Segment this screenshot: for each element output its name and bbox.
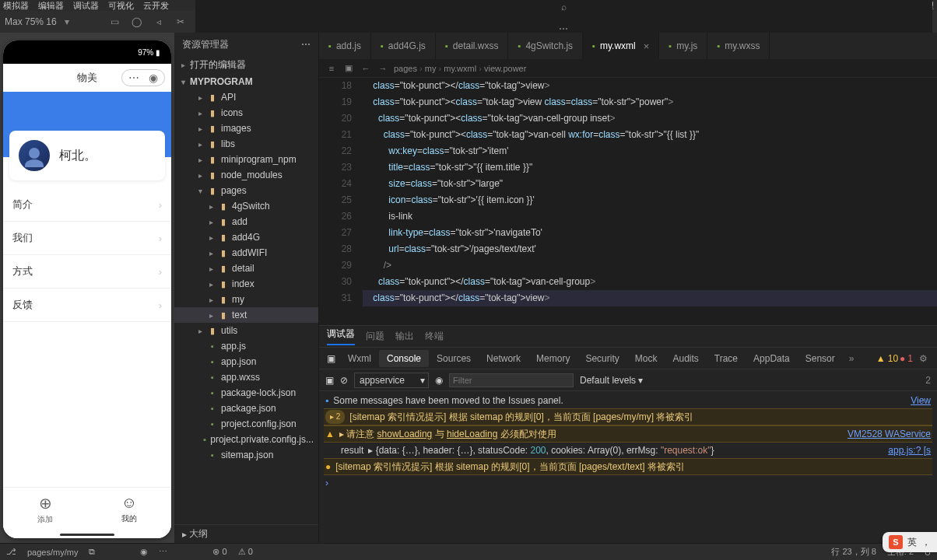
devtools-panel-tab[interactable]: Security: [577, 350, 626, 367]
warning-count[interactable]: ▲ 10: [876, 353, 898, 364]
folder-4gSwitch[interactable]: ▸▮4gSwitch: [174, 198, 318, 214]
devtools-top-tab[interactable]: 问题: [366, 330, 384, 343]
device-icon[interactable]: ▭: [108, 15, 122, 29]
editor-tab[interactable]: ▪detail.wxss: [436, 33, 509, 59]
file-sitemap.json[interactable]: ▪sitemap.json: [174, 447, 318, 463]
devtools-top-tab[interactable]: 输出: [395, 330, 414, 343]
folder-add4G[interactable]: ▸▮add4G: [174, 229, 318, 245]
file-project.private.config.js...[interactable]: ▪project.private.config.js...: [174, 432, 318, 447]
list-item[interactable]: 反馈›: [3, 289, 171, 322]
devtools-top-tab[interactable]: 调试器: [327, 327, 355, 345]
console-output[interactable]: ▪ Some messages have been moved to the I…: [319, 391, 937, 543]
devtools-panel-tab[interactable]: AppData: [746, 350, 798, 367]
list-item[interactable]: 方式›: [3, 255, 171, 289]
devtools-panel-tab[interactable]: Memory: [528, 350, 577, 367]
toggle-icon[interactable]: ≡: [325, 64, 338, 73]
branch-path[interactable]: pages/my/my: [27, 548, 78, 557]
profile-card[interactable]: 柯北。: [9, 131, 165, 180]
devtools-panel-tab[interactable]: Wxml: [340, 350, 379, 367]
menu-item[interactable]: 编辑器: [38, 0, 64, 12]
editor-tab[interactable]: ▪add.js: [319, 33, 371, 59]
devtools-panel-tab[interactable]: Sources: [429, 350, 479, 367]
folder-images[interactable]: ▸▮images: [174, 121, 318, 136]
file-project.config.json[interactable]: ▪project.config.json: [174, 416, 318, 432]
search-icon[interactable]: ⌕: [556, 0, 570, 14]
menu-item[interactable]: 云开发: [143, 0, 169, 12]
settings-icon[interactable]: ⚙: [914, 353, 932, 364]
folder-miniprogram_npm[interactable]: ▸▮miniprogram_npm: [174, 152, 318, 167]
devtools-panel-tab[interactable]: Sensor: [798, 350, 843, 367]
warning-indicator[interactable]: ⚠ 0: [238, 547, 253, 557]
tab-0[interactable]: ⊕添加: [3, 488, 87, 530]
copy-icon[interactable]: ⧉: [89, 547, 95, 557]
file-app.js[interactable]: ▪app.js: [174, 338, 318, 354]
more-icon[interactable]: ⋯: [159, 547, 167, 557]
project-root[interactable]: ▾MYPROGRAM: [174, 74, 318, 89]
inspect-icon[interactable]: ▣: [324, 353, 339, 364]
outline-section[interactable]: ▸ 大纲: [174, 524, 318, 543]
breadcrumb[interactable]: ≡ ▣ ← → pages › my › my.wxml › view.powe…: [319, 59, 937, 78]
toggle-sidebar-icon[interactable]: ▣: [325, 375, 334, 386]
folder-node_modules[interactable]: ▸▮node_modules: [174, 167, 318, 183]
close-icon[interactable]: ×: [644, 40, 650, 52]
folder-text[interactable]: ▸▮text: [174, 307, 318, 323]
save-icon[interactable]: ▣: [342, 63, 355, 73]
editor-tab[interactable]: ▪my.js: [659, 33, 707, 59]
code-editor[interactable]: 1819202122232425262728293031 class="tok-…: [319, 78, 937, 325]
devtools-top-tab[interactable]: 终端: [425, 330, 444, 343]
devtools-panel-tab[interactable]: Console: [379, 350, 429, 367]
file-package-lock.json[interactable]: ▪package-lock.json: [174, 385, 318, 401]
file-app.json[interactable]: ▪app.json: [174, 354, 318, 369]
send-icon[interactable]: ◃: [152, 15, 166, 29]
tab-1[interactable]: ☺我的: [87, 488, 171, 530]
eye-icon[interactable]: ◉: [140, 547, 148, 557]
devtools-panel-tab[interactable]: Audits: [665, 350, 706, 367]
forward-icon[interactable]: →: [377, 64, 389, 73]
menu-item[interactable]: 模拟器: [3, 0, 29, 12]
list-item[interactable]: 我们›: [3, 222, 171, 255]
filter-input[interactable]: [449, 373, 574, 387]
folder-icons[interactable]: ▸▮icons: [174, 105, 318, 121]
error-count[interactable]: ● 1: [900, 353, 913, 364]
source-link[interactable]: app.js:? [s: [888, 443, 931, 457]
error-indicator[interactable]: ⊗ 0: [212, 547, 226, 557]
cut-icon[interactable]: ✂: [174, 15, 188, 29]
ime-indicator[interactable]: S 英 ，: [883, 532, 937, 552]
devtools-panel-tab[interactable]: Trace: [707, 350, 746, 367]
levels-selector[interactable]: Default levels ▾: [580, 375, 643, 386]
list-item[interactable]: 简介›: [3, 188, 171, 222]
menu-item[interactable]: 可视化: [108, 0, 134, 12]
zoom-level[interactable]: Max 75% 16: [5, 16, 57, 27]
view-issues-link[interactable]: View: [911, 394, 931, 408]
folder-utils[interactable]: ▸▮utils: [174, 323, 318, 338]
menu-item[interactable]: 调试器: [73, 0, 99, 12]
hidden-count[interactable]: 2: [925, 375, 931, 386]
capsule-button[interactable]: ⋯ ◉: [121, 69, 165, 86]
editor-tab[interactable]: ▪my.wxml×: [583, 33, 659, 59]
cursor-position[interactable]: 行 23，列 8: [831, 546, 876, 558]
devtools-panel-tab[interactable]: Network: [479, 350, 528, 367]
folder-index[interactable]: ▸▮index: [174, 276, 318, 292]
eye-icon[interactable]: ◉: [435, 375, 443, 386]
source-link[interactable]: VM2528 WAService: [848, 427, 931, 441]
folder-addWIFI[interactable]: ▸▮addWIFI: [174, 245, 318, 261]
devtools-panel-tab[interactable]: Mock: [627, 350, 665, 367]
panel-more-icon[interactable]: »: [844, 353, 859, 364]
folder-add[interactable]: ▸▮add: [174, 214, 318, 229]
folder-pages[interactable]: ▾▮pages: [174, 183, 318, 198]
folder-detail[interactable]: ▸▮detail: [174, 261, 318, 276]
editor-tab[interactable]: ▪my.wxss: [707, 33, 770, 59]
context-selector[interactable]: appservice▾: [354, 373, 429, 388]
folder-API[interactable]: ▸▮API: [174, 89, 318, 105]
clear-icon[interactable]: ⊘: [340, 375, 348, 386]
refresh-icon[interactable]: ◯: [130, 15, 144, 29]
editor-tab[interactable]: ▪4gSwitch.js: [508, 33, 583, 59]
open-editors-section[interactable]: ▸打开的编辑器: [174, 56, 318, 74]
back-icon[interactable]: ←: [360, 64, 372, 73]
file-app.wxss[interactable]: ▪app.wxss: [174, 369, 318, 385]
explorer-more-icon[interactable]: ⋯: [301, 39, 311, 50]
folder-libs[interactable]: ▸▮libs: [174, 136, 318, 152]
file-package.json[interactable]: ▪package.json: [174, 401, 318, 416]
folder-my[interactable]: ▸▮my: [174, 292, 318, 307]
editor-tab[interactable]: ▪add4G.js: [371, 33, 436, 59]
